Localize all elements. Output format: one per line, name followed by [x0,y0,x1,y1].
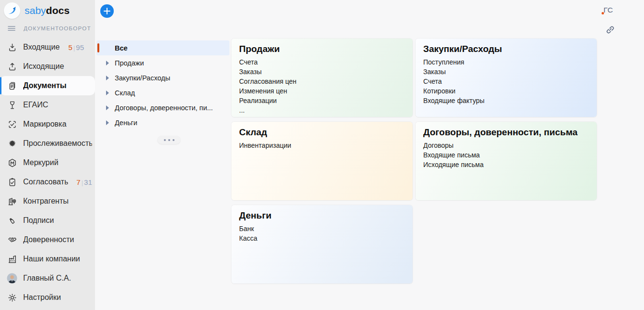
unread-counters: 7|31 [77,178,92,186]
expand-arrow-icon[interactable] [106,120,109,125]
count-separator: | [81,179,83,186]
sidebar-item[interactable]: Подписи [0,211,95,230]
app-root: sabydocs ДОКУМЕНТООБОРОТ Входящие5|95Исх… [0,0,644,310]
create-document-button[interactable] [100,4,114,18]
sidebar-item[interactable]: Документы [0,76,95,95]
expand-arrow-icon[interactable] [106,90,109,95]
user-avatar [7,273,17,284]
documents-icon [7,80,17,91]
saby-bird-icon [4,2,20,19]
accordion-toggle[interactable]: ДОКУМЕНТООБОРОТ [7,24,91,33]
contractors-building-pin-icon [7,196,17,207]
outbox-icon [7,61,17,72]
handshake-icon [7,234,17,245]
product-label: ДОКУМЕНТООБОРОТ [24,26,91,31]
sidebar-item-label: Прослеживаемость [23,139,92,148]
tree-item[interactable]: Деньги [96,115,229,130]
count-separator: | [73,44,75,52]
category-card[interactable]: Договоры, доверенности, письмаДоговорыВх… [416,122,597,200]
count-secondary: 95 [76,43,84,52]
traceability-eagle-icon [7,138,17,149]
tree-item[interactable]: Склад [96,85,229,100]
category-cards: ПродажиСчетаЗаказыСогласования ценИзмене… [231,39,599,284]
tree-more-button[interactable] [158,136,180,144]
sidebar-item-label: Документы [23,81,67,90]
sidebar-item[interactable]: Исходящие [0,57,95,76]
inbox-icon [7,42,17,52]
card-link-list: ДоговорыВходящие письмаИсходящие письма [423,141,589,169]
saby-logo[interactable]: sabydocs [4,2,69,19]
card-link[interactable]: Входящие фактуры [423,96,589,105]
sidebar-item-label: Маркировка [23,120,67,129]
tree-item-label: Договоры, доверенности, пи... [115,104,213,112]
card-link[interactable]: Согласования цен [239,77,405,86]
card-link-list: БанкКасса [239,224,405,243]
category-card[interactable]: Закупки/РасходыПоступленияЗаказыСчетаКот… [416,39,597,117]
card-title[interactable]: Договоры, доверенности, письма [423,126,589,138]
sidebar-item[interactable]: Главный С.А. [0,269,95,288]
card-link[interactable]: Заказы [239,67,405,77]
sidebar-item[interactable]: Маркировка [0,115,95,134]
category-card[interactable]: ПродажиСчетаЗаказыСогласования ценИзмене… [231,39,413,117]
sidebar-item-label: Контрагенты [23,197,68,206]
card-link[interactable]: Входящие письма [423,150,589,160]
tree-item-label: Продажи [115,59,144,67]
card-link[interactable]: Касса [239,233,405,243]
sidebar-item-label: Доверенности [23,235,74,244]
card-link[interactable]: Банк [239,224,405,233]
expand-arrow-icon[interactable] [106,76,109,80]
card-link[interactable]: Заказы [423,67,589,77]
card-link[interactable]: ... [239,105,405,115]
settings-gear-icon [7,292,17,303]
sidebar-item[interactable]: Меркурий [0,153,95,172]
card-link[interactable]: Реализации [239,96,405,105]
sidebar-item-label: Входящие [23,43,60,52]
sidebar-item[interactable]: Контрагенты [0,192,95,211]
sidebar-item[interactable]: Входящие5|95 [0,38,95,57]
plus-icon [104,8,110,14]
card-link[interactable]: Счета [423,77,589,86]
tree-item[interactable]: Договоры, доверенности, пи... [96,100,229,115]
sidebar: sabydocs ДОКУМЕНТООБОРОТ Входящие5|95Исх… [0,0,95,310]
count-primary: 7 [77,178,80,186]
card-link[interactable]: Поступления [423,57,589,67]
card-link[interactable]: Исходящие письма [423,160,589,169]
tree-item[interactable]: Все [96,40,229,55]
tree-item[interactable]: Продажи [96,55,229,70]
tree-item[interactable]: Закупки/Расходы [96,70,229,85]
tree-item-label: Закупки/Расходы [115,74,170,82]
card-link[interactable]: Изменения цен [239,86,405,96]
hamburger-menu-icon[interactable] [7,24,16,33]
category-card[interactable]: ДеньгиБанкКасса [231,205,413,284]
sidebar-item[interactable]: ЕГАИС [0,95,95,115]
gs-label: ГС [604,6,613,14]
expand-arrow-icon[interactable] [106,105,109,110]
unread-counters: 5|95 [68,43,84,52]
sidebar-item-label: Наши компании [23,255,80,263]
sidebar-item[interactable]: Прослеживаемость [0,134,95,153]
card-link[interactable]: Котировки [423,86,589,96]
approve-clipboard-icon [7,177,17,187]
sidebar-item[interactable]: Доверенности [0,230,95,249]
sidebar-item-label: Настройки [23,293,61,302]
category-card[interactable]: СкладИнвентаризации [231,122,413,200]
brand-wordmark: sabydocs [25,2,69,19]
card-link[interactable]: Счета [239,57,405,67]
brand-docs: docs [46,5,69,16]
link-button[interactable] [604,24,616,36]
sidebar-item[interactable]: Согласовать7|31 [0,172,95,192]
card-link[interactable]: Инвентаризации [239,141,405,150]
card-link[interactable]: Договоры [423,141,589,150]
expand-arrow-icon[interactable] [106,61,109,65]
mercury-hexagon-icon [7,157,17,168]
card-title[interactable]: Склад [239,126,405,138]
sidebar-item[interactable]: Наши компании [0,249,95,269]
sidebar-item-label: Меркурий [23,158,58,167]
card-title[interactable]: Закупки/Расходы [423,43,589,55]
card-link-list: ПоступленияЗаказыСчетаКотировкиВходящие … [423,57,589,105]
egais-wine-glass-icon [7,100,17,110]
gs-panel-toggle[interactable]: ГС [604,6,613,14]
sidebar-item[interactable]: Настройки [0,288,95,307]
card-title[interactable]: Деньги [239,209,405,221]
card-title[interactable]: Продажи [239,43,405,55]
